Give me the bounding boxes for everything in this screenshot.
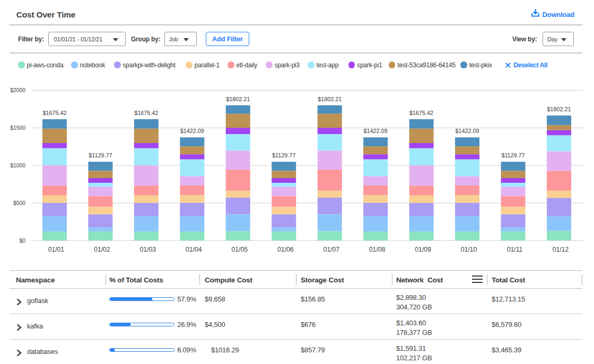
svg-text:01/04: 01/04 — [186, 246, 202, 253]
svg-text:01/05: 01/05 — [231, 246, 248, 253]
svg-text:01/02: 01/02 — [94, 246, 110, 253]
svg-text:$1802.21: $1802.21 — [226, 96, 250, 102]
svg-text:$1675.42: $1675.42 — [409, 110, 433, 116]
svg-text:$500: $500 — [13, 200, 25, 206]
svg-text:$1129.77: $1129.77 — [501, 152, 525, 158]
svg-text:$1802.21: $1802.21 — [547, 106, 571, 112]
svg-text:$1422.09: $1422.09 — [364, 128, 388, 134]
svg-text:$1802.21: $1802.21 — [318, 96, 342, 102]
svg-text:$1000: $1000 — [10, 163, 25, 168]
svg-text:$1129.77: $1129.77 — [272, 152, 295, 158]
svg-text:$1500: $1500 — [10, 125, 25, 131]
svg-text:01/12: 01/12 — [553, 246, 569, 253]
svg-text:01/03: 01/03 — [140, 246, 156, 253]
svg-text:$1422.09: $1422.09 — [180, 128, 204, 134]
svg-text:$0: $0 — [20, 238, 26, 244]
svg-text:01/11: 01/11 — [507, 246, 523, 253]
svg-text:01/10: 01/10 — [461, 246, 477, 253]
svg-text:$1675.42: $1675.42 — [42, 110, 66, 116]
svg-text:01/01: 01/01 — [48, 246, 65, 253]
svg-text:$1129.77: $1129.77 — [89, 152, 112, 158]
svg-text:01/06: 01/06 — [277, 246, 294, 253]
svg-text:01/07: 01/07 — [323, 246, 339, 253]
svg-text:$1422.09: $1422.09 — [455, 128, 479, 134]
svg-text:01/09: 01/09 — [415, 246, 431, 253]
svg-text:$1675.42: $1675.42 — [134, 110, 158, 116]
svg-text:01/08: 01/08 — [369, 246, 386, 253]
svg-text:$2000: $2000 — [10, 87, 25, 93]
